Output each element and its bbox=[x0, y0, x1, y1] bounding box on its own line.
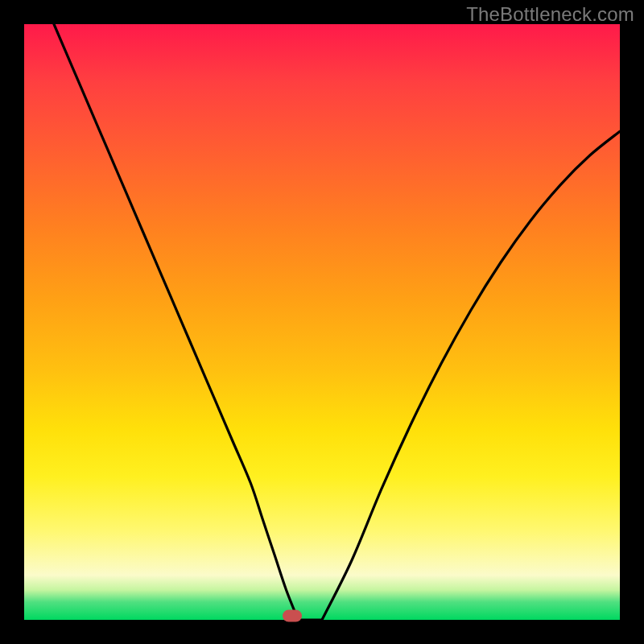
optimal-marker bbox=[283, 610, 302, 622]
plot-area bbox=[24, 24, 620, 620]
bottleneck-curve bbox=[24, 24, 620, 620]
watermark-text: TheBottleneck.com bbox=[466, 3, 634, 26]
chart-frame: TheBottleneck.com bbox=[0, 0, 644, 644]
